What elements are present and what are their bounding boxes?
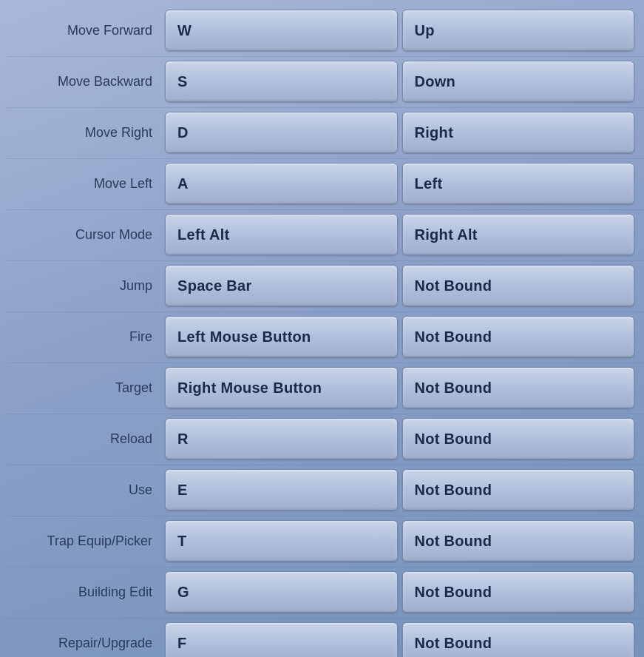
primary-key-text: Space Bar (177, 277, 252, 294)
keybinding-row: JumpSpace BarNot Bound (7, 263, 637, 309)
primary-key-slot[interactable]: W (165, 10, 398, 51)
secondary-key-slot[interactable]: Not Bound (402, 265, 635, 306)
action-label: Building Edit (7, 584, 163, 600)
secondary-key-text: Left (415, 175, 443, 192)
secondary-key-slot[interactable]: Right Alt (402, 214, 635, 255)
secondary-key-text: Not Bound (415, 380, 492, 397)
keybinding-row: Building EditGNot Bound (7, 569, 637, 615)
row-divider (7, 56, 644, 57)
action-label: Target (7, 380, 163, 396)
primary-key-slot[interactable]: R (165, 418, 398, 459)
primary-key-text: G (177, 584, 189, 601)
secondary-key-text: Not Bound (415, 431, 492, 448)
secondary-key-slot[interactable]: Not Bound (402, 469, 635, 511)
primary-key-slot[interactable]: G (165, 571, 398, 613)
primary-key-slot[interactable]: Right Mouse Button (165, 367, 398, 408)
keybinding-row: Move ForwardWUp (7, 7, 637, 53)
keybinding-row: Repair/UpgradeFNot Bound (7, 620, 637, 657)
primary-key-text: S (177, 73, 188, 90)
primary-key-slot[interactable]: T (165, 520, 398, 562)
keybinding-row: ReloadRNot Bound (7, 416, 637, 462)
primary-key-slot[interactable]: D (165, 112, 398, 153)
secondary-key-slot[interactable]: Right (402, 112, 635, 153)
secondary-key-text: Not Bound (415, 533, 492, 550)
action-label: Move Left (7, 176, 163, 192)
row-divider (7, 363, 644, 363)
primary-key-text: Right Mouse Button (177, 380, 322, 397)
row-divider (7, 158, 644, 159)
primary-key-text: Left Alt (177, 226, 230, 243)
secondary-key-text: Right (415, 124, 454, 141)
action-label: Fire (7, 329, 163, 345)
secondary-key-slot[interactable]: Not Bound (402, 571, 635, 613)
secondary-key-text: Not Bound (415, 584, 492, 601)
primary-key-slot[interactable]: A (165, 163, 398, 204)
primary-key-slot[interactable]: Space Bar (165, 265, 398, 306)
secondary-key-text: Not Bound (415, 277, 492, 294)
row-divider (7, 516, 644, 516)
primary-key-text: E (177, 482, 188, 499)
primary-key-text: Left Mouse Button (177, 328, 311, 346)
secondary-key-slot[interactable]: Down (402, 61, 635, 102)
keybinding-row: TargetRight Mouse ButtonNot Bound (7, 365, 637, 411)
primary-key-slot[interactable]: Left Mouse Button (165, 316, 398, 357)
keybinding-row: Trap Equip/PickerTNot Bound (7, 518, 637, 564)
secondary-key-slot[interactable]: Not Bound (402, 316, 635, 357)
row-divider (7, 567, 644, 567)
keybinding-row: Cursor ModeLeft AltRight Alt (7, 212, 637, 257)
primary-key-text: W (177, 22, 191, 39)
primary-key-text: D (177, 124, 189, 141)
secondary-key-text: Not Bound (415, 482, 492, 499)
keybinding-row: Move LeftALeft (7, 161, 637, 206)
action-label: Move Right (7, 125, 163, 141)
secondary-key-text: Down (415, 73, 456, 90)
action-label: Move Backward (7, 74, 163, 90)
secondary-key-text: Up (415, 22, 435, 39)
primary-key-slot[interactable]: S (165, 61, 398, 102)
primary-key-slot[interactable]: F (165, 622, 398, 657)
keybinding-row: FireLeft Mouse ButtonNot Bound (7, 314, 637, 360)
secondary-key-slot[interactable]: Up (402, 10, 635, 51)
action-label: Repair/Upgrade (7, 636, 163, 651)
secondary-key-text: Right Alt (415, 226, 478, 243)
row-divider (7, 465, 644, 465)
row-divider (7, 311, 644, 312)
primary-key-text: A (177, 175, 189, 192)
primary-key-text: F (177, 635, 187, 652)
action-label: Use (7, 482, 163, 498)
row-divider (7, 618, 644, 619)
keybinding-row: Move RightDRight (7, 110, 637, 155)
action-label: Move Forward (7, 23, 163, 38)
primary-key-text: T (177, 533, 187, 550)
action-label: Cursor Mode (7, 227, 163, 243)
primary-key-slot[interactable]: E (165, 469, 398, 511)
secondary-key-text: Not Bound (415, 328, 492, 346)
keybinding-row: Move BackwardSDown (7, 58, 637, 104)
action-label: Trap Equip/Picker (7, 533, 163, 549)
row-divider (7, 414, 644, 414)
secondary-key-text: Not Bound (415, 635, 492, 652)
keybinding-row: UseENot Bound (7, 467, 637, 513)
row-divider (7, 260, 644, 261)
secondary-key-slot[interactable]: Not Bound (402, 367, 635, 408)
secondary-key-slot[interactable]: Not Bound (402, 418, 635, 459)
primary-key-slot[interactable]: Left Alt (165, 214, 398, 255)
row-divider (7, 107, 644, 108)
action-label: Jump (7, 278, 163, 294)
primary-key-text: R (177, 431, 189, 448)
row-divider (7, 209, 644, 210)
keybindings-table: Move ForwardWUpMove BackwardSDownMove Ri… (0, 7, 644, 657)
action-label: Reload (7, 431, 163, 447)
secondary-key-slot[interactable]: Left (402, 163, 635, 204)
secondary-key-slot[interactable]: Not Bound (402, 520, 635, 562)
secondary-key-slot[interactable]: Not Bound (402, 622, 635, 657)
